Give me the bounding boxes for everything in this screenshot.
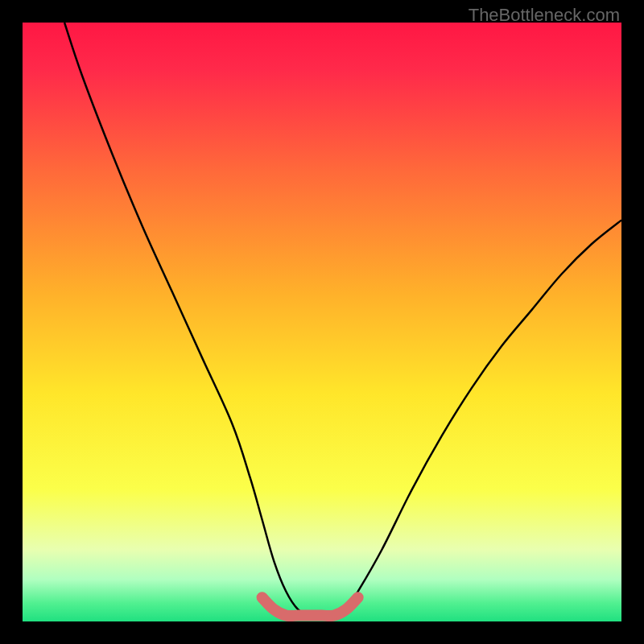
watermark-text: TheBottleneck.com (469, 5, 620, 26)
chart-container (23, 23, 621, 621)
curve-layer (23, 23, 621, 621)
main-curve-path (64, 23, 621, 616)
highlight-curve-path (262, 597, 358, 616)
